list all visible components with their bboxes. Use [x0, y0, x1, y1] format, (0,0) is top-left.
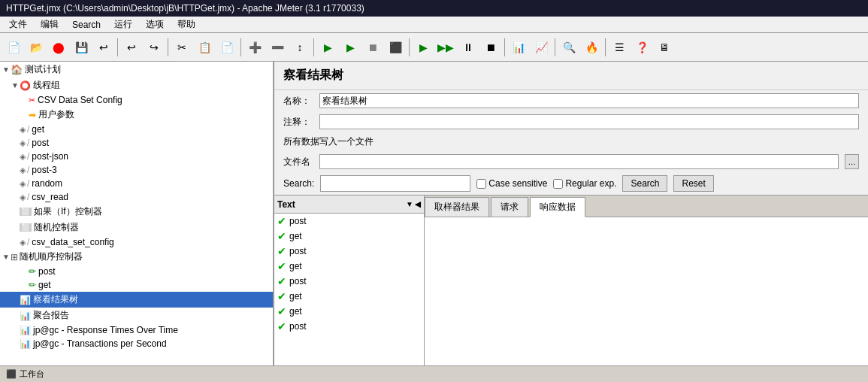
result-label-5: post	[289, 276, 307, 286]
tb-toggle[interactable]: ↕	[289, 37, 310, 58]
tab-response-data[interactable]: 响应数据	[530, 197, 585, 217]
tree-item-response-times[interactable]: 📊 jp@gc - Response Times Over Time	[0, 323, 273, 337]
tree-item-random[interactable]: ◈ / random	[0, 177, 273, 190]
tab-content	[425, 217, 868, 365]
file-section-header: 所有数据写入一个文件	[274, 132, 868, 151]
tree-item-csv-config[interactable]: ✂ CSV Data Set Config	[0, 93, 273, 107]
reset-button[interactable]: Reset	[673, 175, 713, 192]
tb-help[interactable]: ❓	[631, 37, 652, 58]
tree-item-aggregate[interactable]: 📊 聚合报告	[0, 308, 273, 323]
tb-shutdown[interactable]: ⬛	[385, 37, 406, 58]
tb-redo[interactable]: ↪	[144, 37, 165, 58]
status-icon: ⬛	[6, 369, 17, 379]
result-item-6[interactable]: ✔ get	[274, 289, 424, 304]
comment-row: 注释：	[274, 111, 868, 132]
tb-collapse[interactable]: ➖	[267, 37, 288, 58]
results-list-header: Text ▼ ◀	[274, 196, 424, 214]
tb-remote-stop-all[interactable]: ⏹	[480, 37, 501, 58]
tb-open[interactable]: 📂	[26, 37, 47, 58]
filename-input[interactable]	[319, 154, 839, 169]
menu-edit[interactable]: 编辑	[35, 17, 65, 32]
tb-revert[interactable]: ↩	[93, 37, 114, 58]
tree-item-test-plan[interactable]: ▼ 🏠 测试计划	[0, 62, 273, 77]
result-item-8[interactable]: ✔ post	[274, 319, 424, 334]
menu-file[interactable]: 文件	[3, 17, 33, 32]
menu-help[interactable]: 帮助	[171, 17, 201, 32]
toolbar-sep-3	[240, 38, 241, 56]
tab-sampler-results[interactable]: 取样器结果	[425, 197, 489, 217]
expand-icon-thread[interactable]: ▼	[11, 81, 20, 89]
tree-item-get[interactable]: ◈ / get	[0, 123, 273, 136]
dropdown-arrow-icon[interactable]: ▼	[406, 200, 413, 208]
tb-play[interactable]: ▶	[317, 37, 338, 58]
filename-row: 文件名 ...	[274, 151, 868, 172]
name-row: 名称：	[274, 90, 868, 111]
tb-binoculars[interactable]: 🔍	[558, 37, 579, 58]
case-sensitive-checkbox[interactable]	[476, 179, 486, 189]
tree-item-get-nested[interactable]: ✏ get	[0, 278, 273, 292]
result-item-3[interactable]: ✔ post	[274, 244, 424, 259]
tree-item-csv-read[interactable]: ◈ / csv_read	[0, 190, 273, 204]
result-item-7[interactable]: ✔ get	[274, 304, 424, 319]
tb-flame[interactable]: 🔥	[581, 37, 602, 58]
result-item-1[interactable]: ✔ post	[274, 214, 424, 229]
tb-paste[interactable]: 📄	[216, 37, 237, 58]
expand-icon[interactable]: ▼	[2, 65, 11, 74]
tb-undo[interactable]: ↩	[121, 37, 142, 58]
regular-exp-checkbox[interactable]	[553, 179, 563, 189]
tree-item-post[interactable]: ◈ / post	[0, 136, 273, 150]
title-text: HTTPGet.jmx (C:\Users\admin\Desktop\jB\H…	[6, 3, 364, 14]
tb-new[interactable]: 📄	[3, 37, 24, 58]
tree-item-post-json[interactable]: ◈ / post-json	[0, 150, 273, 163]
search-row: Search: Case sensitive Regular exp. Sear…	[274, 172, 868, 195]
tb-stop[interactable]: ⏹	[362, 37, 383, 58]
toolbar-sep-7	[555, 38, 555, 56]
tb-copy[interactable]: 📋	[194, 37, 215, 58]
toolbar-sep-5	[409, 38, 410, 56]
tb-remote-start-all[interactable]: ▶▶	[435, 37, 456, 58]
tree-item-random-order[interactable]: ▼ ⊞ 随机顺序控制器	[0, 249, 273, 265]
result-item-4[interactable]: ✔ get	[274, 259, 424, 274]
tb-stop-red[interactable]: ⬤	[48, 37, 69, 58]
tree-item-user-params[interactable]: ➡ 用户参数	[0, 107, 273, 123]
tree-item-post-3[interactable]: ◈ / post-3	[0, 163, 273, 177]
case-sensitive-label: Case sensitive	[476, 178, 547, 189]
menu-run[interactable]: 运行	[108, 17, 138, 32]
name-input[interactable]	[319, 93, 859, 108]
comment-input[interactable]	[319, 114, 859, 129]
tab-request[interactable]: 请求	[491, 197, 528, 217]
tree-item-if-controller[interactable]: ⬜ 如果（If）控制器	[0, 204, 273, 220]
result-label-2: get	[289, 231, 302, 241]
check-icon-6: ✔	[277, 290, 286, 302]
search-button[interactable]: Search	[622, 175, 667, 192]
tree-item-thread-group[interactable]: ▼ ⭕ 线程组	[0, 77, 273, 93]
menu-search[interactable]: Search	[66, 18, 107, 32]
tb-expand[interactable]: ➕	[244, 37, 265, 58]
tree-item-post-nested[interactable]: ✏ post	[0, 265, 273, 278]
result-item-5[interactable]: ✔ post	[274, 274, 424, 289]
tree-item-view-results[interactable]: 📊 察看结果树	[0, 292, 273, 308]
tree-item-random-controller[interactable]: ⬜ 随机控制器	[0, 220, 273, 235]
regular-exp-label: Regular exp.	[553, 178, 616, 189]
tb-remote-stop[interactable]: ⏸	[458, 37, 479, 58]
menu-options[interactable]: 选项	[140, 17, 170, 32]
tb-list[interactable]: ☰	[609, 37, 630, 58]
search-input[interactable]	[320, 175, 470, 192]
tree-icon-random-ctrl: ⬜	[20, 223, 32, 232]
tree-item-csv-data-set[interactable]: ◈ / csv_data_set_config	[0, 235, 273, 249]
tb-report[interactable]: 📊	[508, 37, 529, 58]
tb-play-no-pause[interactable]: ▶	[340, 37, 361, 58]
tree-item-tps[interactable]: 📊 jp@gc - Transactions per Second	[0, 337, 273, 350]
browse-button[interactable]: ...	[845, 154, 859, 169]
collapse-icon[interactable]: ◀	[415, 200, 421, 208]
tb-report2[interactable]: 📈	[531, 37, 552, 58]
tb-save[interactable]: 💾	[71, 37, 92, 58]
tree-icon-random-order: ⊞	[11, 252, 18, 262]
result-item-2[interactable]: ✔ get	[274, 229, 424, 244]
tabs-area: 取样器结果 请求 响应数据	[425, 196, 868, 365]
tb-cut[interactable]: ✂	[171, 37, 192, 58]
result-label-8: post	[289, 321, 307, 332]
tree-icon-csv: ✂	[29, 96, 35, 105]
tb-remote-start[interactable]: ▶	[413, 37, 434, 58]
tb-icon[interactable]: 🖥	[654, 37, 675, 58]
